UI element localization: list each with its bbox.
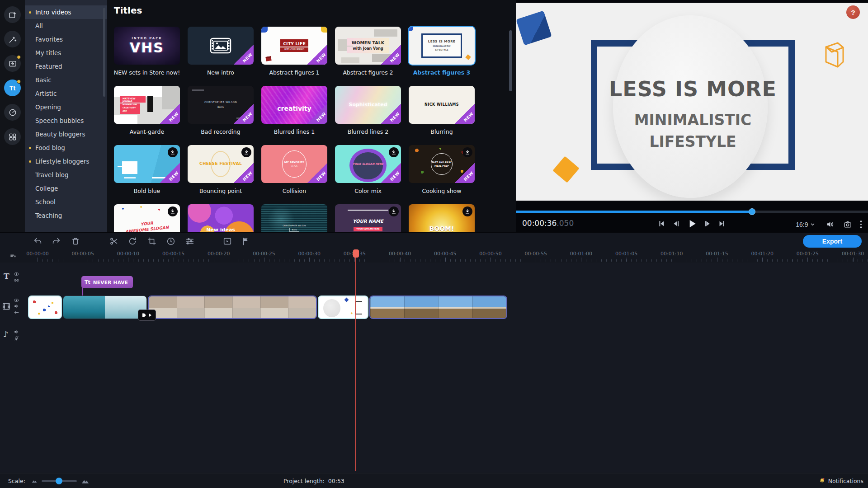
title-template-blurring[interactable]: NICK WILLIAMSNEWBlurring bbox=[409, 86, 475, 145]
template-thumbnail[interactable]: creativityNEW bbox=[261, 86, 327, 124]
title-template-cooking-show[interactable]: FAST AND EASYMEAL PREPNEWCooking show bbox=[409, 145, 475, 204]
template-thumbnail[interactable]: FAST AND EASYMEAL PREPNEW bbox=[409, 145, 475, 183]
title-track-link-toggle[interactable] bbox=[14, 277, 19, 283]
template-thumbnail[interactable]: NEW bbox=[114, 145, 180, 183]
template-thumbnail[interactable]: CHRISTOPHER WILSONBLOGNEW bbox=[188, 86, 254, 124]
rail-import-media-button[interactable] bbox=[4, 6, 21, 23]
title-template-avant-garde[interactable]: MATTHEW JOHNASMINIMALISM CREATIVITY ARTN… bbox=[114, 86, 180, 145]
category-item-travel-blog[interactable]: Travel blog bbox=[25, 168, 107, 182]
category-item-favorites[interactable]: Favorites bbox=[25, 33, 107, 46]
title-template-yourname[interactable]: YOUR NAMEYOUR SLOGAN HERE bbox=[335, 204, 401, 232]
zoom-in-icon[interactable] bbox=[81, 479, 89, 484]
category-item-basic[interactable]: Basic bbox=[25, 73, 107, 87]
marker-button[interactable] bbox=[240, 235, 252, 247]
rail-more-tools-button[interactable] bbox=[4, 128, 21, 145]
play-button[interactable] bbox=[685, 217, 698, 230]
category-item-intro-videos[interactable]: Intro videos bbox=[25, 5, 107, 19]
title-template-new-intro[interactable]: NEWNew intro bbox=[188, 27, 254, 86]
title-template-new-sets-in-store-now-[interactable]: INTRO PACKVHSNEW sets in Store now! bbox=[114, 27, 180, 86]
rail-filters-button[interactable] bbox=[4, 31, 21, 47]
template-thumbnail[interactable]: MATTHEW JOHNASMINIMALISM CREATIVITY ARTN… bbox=[114, 86, 180, 124]
preview-more-button[interactable] bbox=[860, 221, 862, 228]
next-frame-button[interactable] bbox=[702, 218, 713, 229]
category-item-beauty-bloggers[interactable]: Beauty bloggers bbox=[25, 127, 107, 141]
title-template-abstract-figures-2[interactable]: WOMEN TALKwith Joan VongNEWAbstract figu… bbox=[335, 27, 401, 86]
template-thumbnail[interactable]: NICK WILLIAMSNEW bbox=[409, 86, 475, 124]
overlay-track-button[interactable] bbox=[222, 235, 233, 247]
timeline-title-clip[interactable]: Tt NEVER HAVE bbox=[81, 276, 133, 288]
rail-speed-button[interactable] bbox=[4, 104, 21, 121]
template-thumbnail[interactable]: YOUR SLOGAN HERENEW bbox=[335, 145, 401, 183]
template-thumbnail[interactable]: CITY LIFEwith Alex BrownNEW bbox=[261, 27, 327, 65]
aspect-ratio-selector[interactable]: 16:9 bbox=[793, 221, 817, 229]
title-template-blurred-lines-2[interactable]: SophisticatedNEWBlurred lines 2 bbox=[335, 86, 401, 145]
title-template-abstract-figures-3[interactable]: LESS IS MOREMINIMALISTICLIFESTYLEAbstrac… bbox=[409, 27, 475, 86]
category-item-college[interactable]: College bbox=[25, 182, 107, 195]
zoom-slider-knob[interactable] bbox=[56, 478, 62, 484]
template-thumbnail[interactable]: YOURAWESOME SLOGAN bbox=[114, 204, 180, 232]
help-button[interactable]: ? bbox=[846, 5, 860, 19]
template-thumbnail[interactable]: SophisticatedNEW bbox=[335, 86, 401, 124]
template-thumbnail[interactable]: LESS IS MOREMINIMALISTICLIFESTYLE bbox=[409, 27, 475, 65]
category-item-speech-bubbles[interactable]: Speech bubbles bbox=[25, 114, 107, 127]
category-item-all[interactable]: All bbox=[25, 19, 107, 33]
volume-button[interactable] bbox=[826, 220, 835, 229]
audio-track-mic-toggle[interactable] bbox=[14, 335, 19, 341]
template-thumbnail[interactable]: NEW bbox=[188, 27, 254, 65]
title-template-bad-recording[interactable]: CHRISTOPHER WILSONBLOGNEWBad recording bbox=[188, 86, 254, 145]
crop-button[interactable] bbox=[146, 235, 158, 247]
title-track-visibility-toggle[interactable] bbox=[14, 271, 19, 277]
template-thumbnail[interactable]: MY FAVORITEVLOGNEW bbox=[261, 145, 327, 183]
template-thumbnail[interactable]: WOMEN TALKwith Joan VongNEW bbox=[335, 27, 401, 65]
timeline-ruler[interactable]: 00:00:0000:00:0500:00:1000:00:1500:00:20… bbox=[0, 249, 868, 263]
rail-titles-button[interactable]: Tt bbox=[4, 80, 21, 96]
title-template-newideas[interactable]: New ideas bbox=[188, 204, 254, 232]
title-template-boom[interactable]: BOOM! bbox=[409, 204, 475, 232]
title-template-slogan[interactable]: YOURAWESOME SLOGAN bbox=[114, 204, 180, 232]
redo-button[interactable] bbox=[50, 235, 62, 247]
titles-scrollbar-thumb[interactable] bbox=[509, 30, 512, 91]
previous-frame-button[interactable] bbox=[670, 218, 681, 229]
title-template-collision[interactable]: MY FAVORITEVLOGNEWCollision bbox=[261, 145, 327, 204]
clip-properties-button[interactable] bbox=[184, 235, 196, 247]
skip-to-start-button[interactable] bbox=[656, 218, 667, 229]
video-clip-sea[interactable] bbox=[63, 296, 147, 319]
skip-to-end-button[interactable] bbox=[717, 218, 727, 229]
template-thumbnail[interactable]: YOUR NAMEYOUR SLOGAN HERE bbox=[335, 204, 401, 232]
export-button[interactable]: Export bbox=[803, 235, 862, 248]
category-item-artistic[interactable]: Artistic bbox=[25, 87, 107, 100]
undo-button[interactable] bbox=[32, 235, 44, 247]
title-template-abstract-figures-1[interactable]: CITY LIFEwith Alex BrownNEWAbstract figu… bbox=[261, 27, 327, 86]
rail-transitions-button[interactable] bbox=[4, 55, 21, 72]
category-item-my-titles[interactable]: My titles bbox=[25, 46, 107, 60]
transition-badge[interactable] bbox=[138, 310, 156, 321]
category-item-featured[interactable]: Featured bbox=[25, 60, 107, 73]
add-track-button[interactable] bbox=[7, 250, 19, 261]
template-thumbnail[interactable]: INTRO PACKVHS bbox=[114, 27, 180, 65]
audio-track-mute-toggle[interactable] bbox=[14, 329, 19, 335]
titles-scrollbar[interactable] bbox=[509, 0, 512, 232]
title-template-blurred-lines-1[interactable]: creativityNEWBlurred lines 1 bbox=[261, 86, 327, 145]
zoom-out-icon[interactable] bbox=[32, 479, 37, 483]
notifications-button[interactable]: Notifications bbox=[819, 474, 863, 488]
video-clip-city[interactable] bbox=[148, 296, 317, 319]
video-clip-mountain[interactable] bbox=[369, 296, 507, 319]
clip-speed-button[interactable] bbox=[165, 235, 177, 247]
title-template-color-mix[interactable]: YOUR SLOGAN HERENEWColor mix bbox=[335, 145, 401, 204]
snapshot-button[interactable] bbox=[843, 220, 852, 229]
delete-button[interactable] bbox=[70, 235, 81, 247]
category-item-school[interactable]: School bbox=[25, 195, 107, 209]
rotate-button[interactable] bbox=[127, 235, 138, 247]
title-template-bouncing-point[interactable]: CHEESE FESTIVALNEWBouncing point bbox=[188, 145, 254, 204]
seek-handle[interactable] bbox=[749, 208, 755, 215]
category-item-food-blog[interactable]: Food blog bbox=[25, 141, 107, 155]
title-template-bold-blue[interactable]: NEWBold blue bbox=[114, 145, 180, 204]
video-clip-confetti[interactable] bbox=[28, 296, 62, 319]
template-thumbnail[interactable]: New ideas bbox=[188, 204, 254, 232]
timeline-zoom-slider[interactable] bbox=[42, 474, 77, 488]
video-clip-titleframe[interactable] bbox=[318, 296, 368, 319]
seek-bar[interactable] bbox=[516, 211, 868, 213]
template-thumbnail[interactable]: CHRISTOPHER WILSONBLOG bbox=[261, 204, 327, 232]
title-template-glitch[interactable]: CHRISTOPHER WILSONBLOG bbox=[261, 204, 327, 232]
split-button[interactable] bbox=[108, 235, 120, 247]
